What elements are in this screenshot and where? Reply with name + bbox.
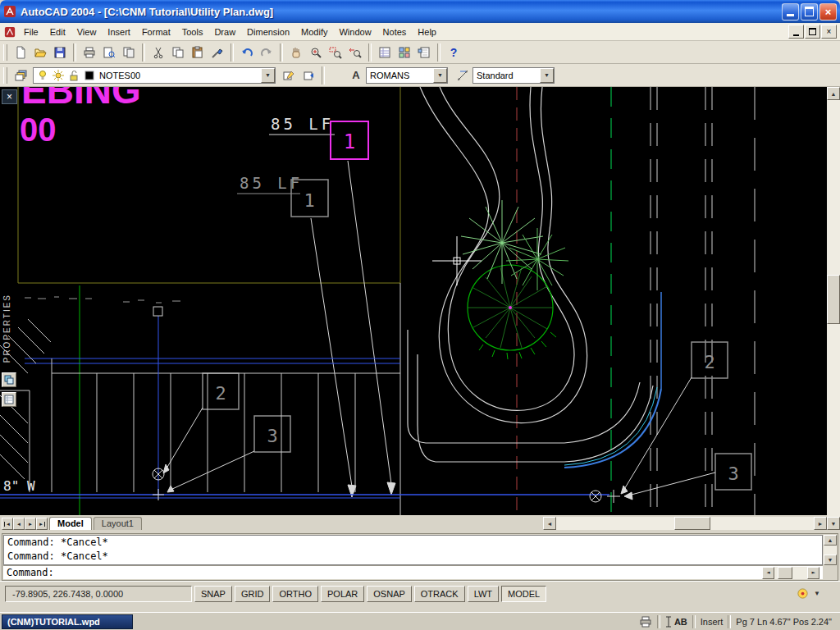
command-scroll-right-button[interactable]: ► [807, 567, 819, 579]
save-button[interactable] [50, 43, 70, 62]
text-style-combo-arrow[interactable]: ▼ [433, 68, 447, 83]
menu-item-file[interactable]: File [18, 25, 44, 39]
undo-button[interactable] [237, 43, 257, 62]
menu-item-view[interactable]: View [71, 25, 103, 39]
layer-combo[interactable]: NOTES00 ▼ [33, 67, 276, 84]
redo-button[interactable] [257, 43, 276, 62]
scroll-up-button[interactable]: ▲ [827, 87, 840, 100]
toggle-osnap[interactable]: OSNAP [367, 586, 412, 602]
menu-item-window[interactable]: Window [333, 25, 377, 39]
match-properties-button[interactable] [208, 43, 227, 62]
mdi-close-button[interactable]: × [821, 25, 837, 39]
insert-mode-indicator[interactable]: Insert [701, 617, 724, 627]
plot-button[interactable] [80, 43, 99, 62]
printer-status-icon[interactable] [639, 616, 652, 628]
drawing-area[interactable]: EBING 00 85 LF 85 LF 1 1 2 [0, 87, 827, 515]
tab-layout1[interactable]: Layout1 [94, 517, 142, 530]
open-button[interactable] [30, 43, 50, 62]
help-button[interactable]: ? [444, 43, 463, 62]
menu-item-notes[interactable]: Notes [377, 25, 413, 39]
command-scrollbar[interactable]: ▲ ▼ [824, 535, 837, 565]
zoom-realtime-button[interactable] [306, 43, 326, 62]
tab-previous-button[interactable]: ◄ [13, 518, 25, 530]
menu-item-draw[interactable]: Draw [208, 25, 241, 39]
toggle-lwt[interactable]: LWT [468, 586, 499, 602]
menu-item-format[interactable]: Format [136, 25, 176, 39]
paste-button[interactable] [188, 43, 208, 62]
tab-last-button[interactable]: ► [36, 518, 48, 530]
drawing-canvas[interactable]: EBING 00 85 LF 85 LF 1 1 2 [0, 87, 827, 515]
menu-item-tools[interactable]: Tools [176, 25, 209, 39]
scroll-down-button[interactable]: ▼ [827, 517, 840, 530]
toggle-otrack[interactable]: OTRACK [414, 586, 465, 602]
dim-style-button[interactable] [453, 66, 472, 84]
tab-first-button[interactable]: ◄ [2, 518, 13, 530]
command-history[interactable]: Command: *Cancel* Command: *Cancel* [3, 535, 823, 565]
copy-button[interactable] [168, 43, 188, 62]
properties-button[interactable] [375, 43, 395, 62]
plot-preview-button[interactable] [99, 43, 119, 62]
scroll-left-button[interactable]: ◄ [543, 517, 556, 530]
caret-indicator[interactable]: AB [665, 616, 687, 628]
publish-button[interactable] [119, 43, 139, 62]
command-scroll-up-button[interactable]: ▲ [824, 535, 837, 546]
toggle-grid[interactable]: GRID [235, 586, 271, 602]
cut-button[interactable] [148, 43, 168, 62]
communication-center-icon[interactable] [797, 587, 809, 600]
command-horizontal-scrollbar[interactable]: ◄ ► [762, 567, 819, 579]
palette-properties-button[interactable] [2, 392, 16, 407]
toolbar-grip[interactable] [3, 67, 7, 84]
layer-manager-button[interactable] [11, 66, 30, 84]
horizontal-scroll-thumb[interactable] [674, 517, 710, 530]
vertical-scroll-track[interactable] [827, 100, 840, 517]
vertical-scroll-thumb[interactable] [827, 275, 840, 324]
status-tray-arrow-icon[interactable]: ▼ [814, 590, 820, 597]
layer-previous-button[interactable] [299, 66, 318, 84]
restore-button[interactable] [801, 3, 818, 21]
page-position-indicator[interactable]: Pg 7 Ln 4.67" Pos 2.24" [736, 617, 832, 627]
menu-item-dimension[interactable]: Dimension [241, 25, 295, 39]
zoom-previous-button[interactable] [345, 43, 365, 62]
toggle-snap[interactable]: SNAP [194, 586, 232, 602]
menu-item-edit[interactable]: Edit [44, 25, 71, 39]
toggle-ortho[interactable]: ORTHO [272, 586, 318, 602]
dim-style-combo-arrow[interactable]: ▼ [540, 68, 554, 83]
menu-item-help[interactable]: Help [412, 25, 442, 39]
command-scroll-track[interactable] [774, 567, 807, 579]
minimize-button[interactable] [782, 3, 799, 21]
document-task-button[interactable]: (CNM)TUTORIAL.wpd [2, 614, 133, 629]
command-window[interactable]: Command: *Cancel* Command: *Cancel* ▲ ▼ … [2, 533, 838, 581]
tab-model[interactable]: Model [49, 517, 92, 530]
qnew-button[interactable] [11, 43, 30, 62]
vertical-scrollbar[interactable]: ▲ ▼ [827, 87, 840, 530]
toggle-polar[interactable]: POLAR [321, 586, 364, 602]
close-button[interactable]: × [819, 3, 837, 21]
coordinate-readout[interactable]: -79.8905, 226.7438, 0.0000 [5, 586, 192, 602]
horizontal-scrollbar[interactable]: ◄ ► [543, 517, 827, 530]
horizontal-scroll-track[interactable] [556, 517, 814, 530]
menu-item-modify[interactable]: Modify [295, 25, 333, 39]
command-scroll-thumb[interactable] [778, 567, 792, 579]
scroll-right-button[interactable]: ► [814, 517, 827, 530]
toolbar-grip[interactable] [3, 44, 7, 61]
pan-realtime-button[interactable] [286, 43, 306, 62]
dim-style-combo[interactable]: Standard ▼ [472, 67, 555, 84]
properties-palette-strip[interactable]: × PROPERTIES [0, 87, 18, 415]
make-object-layer-current-button[interactable] [279, 66, 299, 84]
text-style-button[interactable]: A [346, 66, 366, 84]
command-scroll-left-button[interactable]: ◄ [762, 567, 774, 579]
palette-autohide-button[interactable] [2, 372, 16, 387]
tab-next-button[interactable]: ► [25, 518, 36, 530]
menu-item-insert[interactable]: Insert [102, 25, 136, 39]
toggle-model[interactable]: MODEL [501, 586, 546, 602]
designcenter-button[interactable] [395, 43, 414, 62]
zoom-window-button[interactable] [326, 43, 345, 62]
palette-close-button[interactable]: × [2, 89, 17, 104]
mdi-minimize-button[interactable] [788, 25, 804, 39]
command-scroll-down-button[interactable]: ▼ [824, 555, 837, 565]
text-style-combo[interactable]: ROMANS ▼ [366, 67, 448, 84]
layer-combo-arrow[interactable]: ▼ [261, 68, 275, 83]
tool-palettes-button[interactable] [414, 43, 434, 62]
title-bar[interactable]: AutoCAD 2004 - [C:\CNM Tutorial\Utility … [0, 0, 840, 23]
mdi-restore-button[interactable] [805, 25, 820, 39]
